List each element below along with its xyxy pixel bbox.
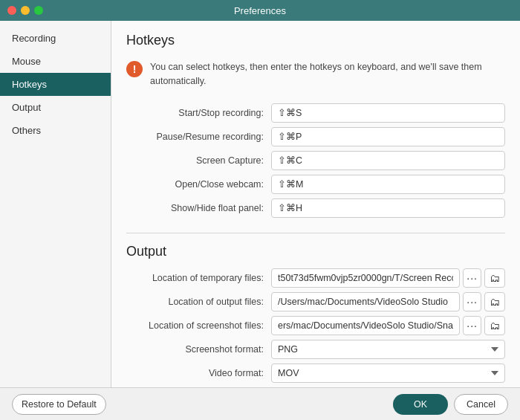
- info-banner: ! You can select hotkeys, then enter the…: [126, 57, 505, 91]
- path-folder-btn-temp[interactable]: 🗂: [484, 268, 505, 288]
- window-title: Preferences: [234, 5, 286, 16]
- path-folder-btn-output[interactable]: 🗂: [484, 292, 505, 311]
- hotkey-input-start-stop[interactable]: [271, 103, 505, 123]
- hotkey-input-pause-resume[interactable]: [271, 127, 505, 146]
- hotkey-input-float-panel[interactable]: [271, 198, 505, 218]
- select-label-screenshot-format: Screenshot format:: [126, 344, 271, 355]
- hotkey-row-screen-capture: Screen Capture:: [126, 151, 505, 170]
- select-row-screenshot-format: Screenshot format: PNG JPG BMP: [126, 340, 505, 359]
- bottom-right-buttons: OK Cancel: [393, 394, 508, 415]
- hotkeys-title: Hotkeys: [126, 33, 505, 48]
- select-row-video-codec: Video codec: H264 H265 MPEG4: [126, 387, 505, 388]
- output-section: Output Location of temporary files: ··· …: [126, 244, 505, 388]
- sidebar-item-recording[interactable]: Recording: [0, 27, 111, 50]
- path-row-temp: Location of temporary files: ··· 🗂: [126, 268, 505, 288]
- hotkey-label-float-panel: Show/Hide float panel:: [126, 203, 271, 213]
- close-button[interactable]: [7, 6, 16, 15]
- path-input-output[interactable]: [271, 292, 460, 311]
- content-area: Hotkeys ! You can select hotkeys, then e…: [111, 21, 520, 387]
- sidebar-item-others[interactable]: Others: [0, 119, 111, 142]
- traffic-lights: [7, 6, 43, 15]
- hotkey-label-screen-capture: Screen Capture:: [126, 155, 271, 166]
- section-divider: [126, 233, 505, 233]
- restore-default-button[interactable]: Restore to Default: [12, 394, 106, 415]
- path-input-screenshot[interactable]: [271, 316, 460, 335]
- info-banner-text: You can select hotkeys, then enter the h…: [150, 60, 505, 88]
- select-screenshot-format[interactable]: PNG JPG BMP: [271, 340, 505, 359]
- path-label-temp: Location of temporary files:: [126, 273, 271, 283]
- hotkey-row-float-panel: Show/Hide float panel:: [126, 198, 505, 218]
- title-bar: Preferences: [0, 0, 520, 21]
- maximize-button[interactable]: [34, 6, 43, 15]
- bottom-bar: Restore to Default OK Cancel: [0, 387, 520, 420]
- select-label-video-format: Video format:: [126, 368, 271, 378]
- main-layout: Recording Mouse Hotkeys Output Others Ho…: [0, 21, 520, 387]
- sidebar-item-hotkeys[interactable]: Hotkeys: [0, 73, 111, 96]
- select-video-codec[interactable]: H264 H265 MPEG4: [271, 387, 505, 388]
- hotkey-input-screen-capture[interactable]: [271, 151, 505, 170]
- select-row-video-format: Video format: MOV MP4 AVI: [126, 364, 505, 383]
- sidebar: Recording Mouse Hotkeys Output Others: [0, 21, 111, 387]
- hotkey-label-start-stop: Start/Stop recording:: [126, 108, 271, 118]
- sidebar-item-output[interactable]: Output: [0, 96, 111, 119]
- hotkey-input-webcam[interactable]: [271, 175, 505, 194]
- hotkey-label-webcam: Open/Close webcam:: [126, 179, 271, 190]
- info-icon: !: [126, 61, 143, 77]
- select-video-format[interactable]: MOV MP4 AVI: [271, 364, 505, 383]
- hotkey-row-start-stop: Start/Stop recording:: [126, 103, 505, 123]
- path-row-screenshot: Location of screenshot files: ··· 🗂: [126, 316, 505, 335]
- path-label-output: Location of output files:: [126, 297, 271, 307]
- path-label-screenshot: Location of screenshot files:: [126, 320, 271, 331]
- path-row-output: Location of output files: ··· 🗂: [126, 292, 505, 311]
- path-dots-btn-temp[interactable]: ···: [463, 268, 481, 288]
- path-input-temp[interactable]: [271, 268, 460, 288]
- output-title: Output: [126, 244, 505, 259]
- hotkey-row-webcam: Open/Close webcam:: [126, 175, 505, 194]
- path-dots-btn-output[interactable]: ···: [463, 292, 481, 311]
- hotkey-row-pause-resume: Pause/Resume recording:: [126, 127, 505, 146]
- sidebar-item-mouse[interactable]: Mouse: [0, 50, 111, 73]
- cancel-button[interactable]: Cancel: [454, 394, 508, 415]
- ok-button[interactable]: OK: [393, 394, 448, 415]
- path-dots-btn-screenshot[interactable]: ···: [463, 316, 481, 335]
- hotkey-label-pause-resume: Pause/Resume recording:: [126, 132, 271, 142]
- hotkeys-section: Hotkeys ! You can select hotkeys, then e…: [126, 33, 505, 218]
- path-folder-btn-screenshot[interactable]: 🗂: [484, 316, 505, 335]
- minimize-button[interactable]: [21, 6, 30, 15]
